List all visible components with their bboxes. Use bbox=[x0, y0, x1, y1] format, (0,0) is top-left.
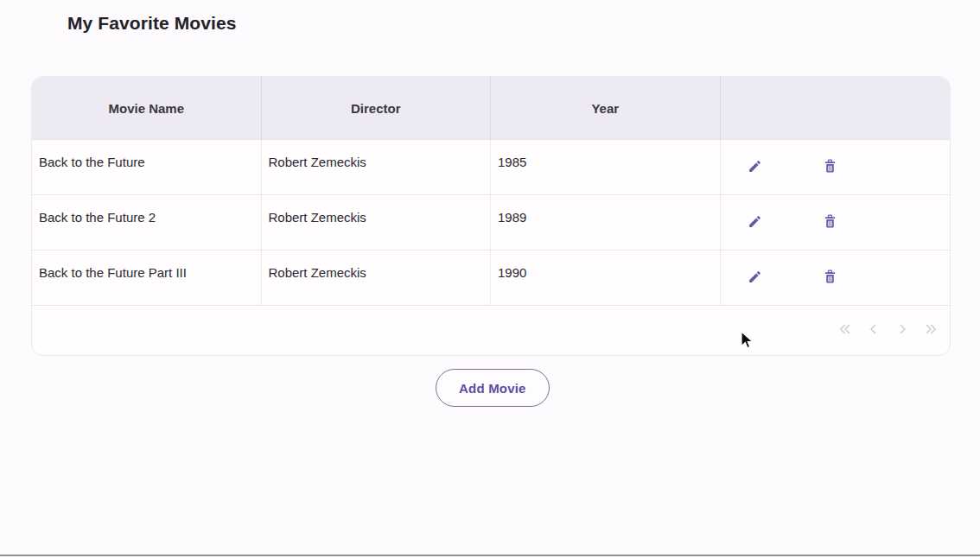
director-cell: Robert Zemeckis bbox=[262, 140, 492, 194]
movie-name-cell: Back to the Future bbox=[32, 140, 262, 194]
last-page-button[interactable] bbox=[918, 318, 944, 344]
pencil-icon bbox=[748, 269, 762, 287]
page-title: My Favorite Movies bbox=[67, 13, 237, 34]
next-page-button[interactable] bbox=[889, 318, 915, 344]
edit-movie-button[interactable] bbox=[740, 152, 771, 183]
year-cell: 1989 bbox=[491, 195, 721, 250]
pencil-icon bbox=[748, 214, 762, 231]
year-cell: 1990 bbox=[491, 250, 721, 305]
delete-movie-button[interactable] bbox=[815, 263, 846, 294]
actions-cell bbox=[721, 195, 951, 250]
pencil-icon bbox=[748, 159, 762, 176]
trash-icon bbox=[823, 269, 837, 287]
actions-cell bbox=[721, 250, 951, 305]
delete-movie-button[interactable] bbox=[815, 207, 846, 238]
edit-movie-button[interactable] bbox=[740, 263, 771, 294]
trash-icon bbox=[823, 159, 837, 176]
director-cell: Robert Zemeckis bbox=[262, 250, 492, 305]
trash-icon bbox=[823, 214, 837, 231]
column-header-actions bbox=[721, 77, 951, 139]
add-movie-button[interactable]: Add Movie bbox=[436, 369, 550, 407]
chevron-left-icon bbox=[866, 321, 881, 339]
table-header-row: Movie Name Director Year bbox=[32, 77, 950, 139]
table-row: Back to the Future Robert Zemeckis 1985 bbox=[32, 139, 950, 194]
table-row: Back to the Future Part III Robert Zemec… bbox=[32, 250, 950, 305]
actions-cell bbox=[721, 140, 951, 194]
column-header-movie-name: Movie Name bbox=[32, 77, 262, 139]
table-body: Back to the Future Robert Zemeckis 1985 bbox=[32, 139, 950, 305]
first-page-button[interactable] bbox=[832, 318, 858, 344]
chevron-right-icon bbox=[894, 321, 910, 339]
column-header-year: Year bbox=[491, 77, 721, 139]
movies-table-card: Movie Name Director Year Back to the Fut… bbox=[31, 76, 951, 356]
movie-name-cell: Back to the Future 2 bbox=[32, 195, 262, 250]
movie-name-cell: Back to the Future Part III bbox=[32, 250, 262, 305]
director-cell: Robert Zemeckis bbox=[262, 195, 492, 250]
table-row: Back to the Future 2 Robert Zemeckis 198… bbox=[32, 194, 950, 250]
double-chevron-right-icon bbox=[923, 321, 939, 339]
column-header-director: Director bbox=[262, 77, 492, 139]
double-chevron-left-icon bbox=[837, 321, 853, 339]
edit-movie-button[interactable] bbox=[740, 207, 771, 238]
year-cell: 1985 bbox=[491, 140, 721, 194]
previous-page-button[interactable] bbox=[861, 318, 887, 344]
paginator bbox=[32, 305, 950, 355]
delete-movie-button[interactable] bbox=[815, 152, 846, 183]
